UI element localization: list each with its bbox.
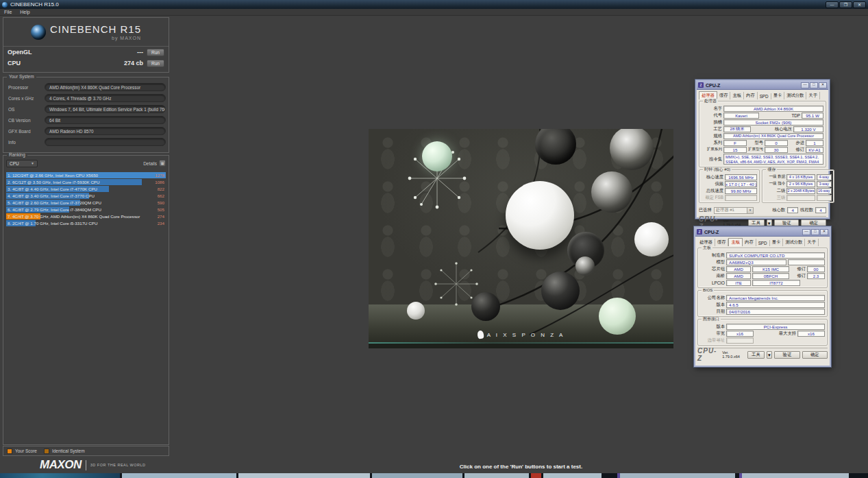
ranking-row[interactable]: 3. 4C/8T @ 4.40 GHz, Intel Core i7-4770K… — [6, 186, 166, 192]
ranking-title: Ranking — [7, 153, 27, 158]
bios-version-label: 版本 — [700, 302, 725, 308]
tab-spd[interactable]: SPD — [758, 93, 771, 99]
bios-version-field: 4.6.5 — [726, 302, 825, 308]
menu-file[interactable]: File — [0, 10, 16, 14]
tab-cache[interactable]: 缓存 — [715, 239, 729, 246]
taskbar[interactable] — [0, 473, 868, 478]
l1-data-ways-field: 4-way — [817, 174, 832, 180]
tab-memory[interactable]: 内存 — [743, 239, 756, 246]
ranking-filter-dropdown[interactable]: CPU ▼ — [6, 160, 38, 167]
close-button[interactable]: ✕ — [820, 229, 828, 235]
chipset-field: K15 IMC — [752, 266, 789, 272]
validate-button[interactable]: 验证 — [774, 351, 799, 359]
tools-dropdown-arrow[interactable]: ▼ — [767, 351, 773, 359]
ranking-entry-score: 274 — [158, 214, 164, 219]
revision-label: 修订 — [789, 147, 804, 153]
cinebench-logo: CINEBENCH R15 by MAXON — [3, 18, 169, 47]
processor-group: 处理器 名字 AMD Athlon X4 860K 代号 Kaveri TDP … — [699, 101, 826, 167]
your-system-panel: Your System Processor AMD Athlon(tm) X4 … — [3, 77, 169, 153]
start-button[interactable] — [0, 473, 120, 478]
cores-label: 核心数 — [772, 207, 785, 213]
tab-mainboard[interactable]: 主板 — [728, 238, 743, 246]
ranking-entry-label: 3. 4C/8T @ 4.40 GHz, Intel Core i7-4770K… — [8, 187, 97, 191]
ranking-entry-score: 505 — [158, 207, 164, 212]
tab-about[interactable]: 关于 — [805, 239, 819, 246]
ranking-row[interactable]: 4. 4C/8T @ 3.40 GHz, Intel Core i7-3770 … — [6, 193, 166, 199]
bios-brand-field: American Megatrends Inc. — [726, 295, 825, 301]
maximize-button[interactable]: □ — [810, 82, 818, 88]
model-field: 0 — [765, 140, 788, 146]
details-label: Details — [143, 161, 157, 166]
cpuz-titlebar[interactable]: Z CPU-Z — □ ✕ — [695, 228, 830, 237]
processor-select[interactable]: 处理器 #1 ▼ — [714, 207, 754, 214]
opengl-run-button[interactable]: Run — [147, 49, 164, 56]
ranking-row-your-score[interactable]: 7. 4C/4T @ 3.70 GHz, AMD Athlon(tm) X4 8… — [6, 213, 166, 219]
cpu-name-field: AMD Athlon X4 860K — [723, 106, 823, 112]
details-button[interactable]: ▦ — [159, 160, 166, 167]
tab-graphics[interactable]: 显卡 — [770, 239, 784, 246]
tab-cache[interactable]: 缓存 — [717, 92, 731, 99]
stepping-field: 1 — [806, 140, 823, 146]
ranking-row[interactable]: 8. 2C/4T @ 1.70 GHz, Intel Core i5-3317U… — [6, 220, 166, 226]
window-title: CINEBENCH R15.0 — [10, 1, 59, 8]
taskbar-item[interactable] — [372, 473, 462, 478]
sphere-white-right — [634, 222, 669, 256]
tools-button[interactable]: 工具 — [747, 351, 764, 359]
ranking-entry-label: 4. 4C/8T @ 3.40 GHz, Intel Core i7-3770 … — [8, 193, 95, 198]
tab-mainboard[interactable]: 主板 — [730, 92, 744, 99]
minimize-button[interactable]: — — [826, 1, 839, 8]
ranking-row[interactable]: 2. 6C/12T @ 3.50 GHz, Intel Core i7-5930… — [6, 179, 166, 185]
taskbar-item-cpuz[interactable] — [739, 473, 849, 478]
group-title: 主板 — [702, 246, 712, 250]
minimize-button[interactable]: — — [801, 82, 809, 88]
cores-field: 4 — [787, 207, 798, 213]
technology-label: 工艺 — [702, 126, 722, 132]
sphere-white-small — [407, 302, 425, 320]
tab-about[interactable]: 关于 — [806, 92, 820, 99]
taskbar-item-cpuz[interactable] — [617, 473, 735, 478]
chevron-down-icon: ▼ — [31, 161, 34, 165]
taskbar-item[interactable] — [464, 473, 529, 478]
cpu-label: CPU — [8, 60, 21, 67]
close-button[interactable]: ✕ — [853, 1, 866, 8]
taskbar-item[interactable] — [238, 473, 370, 478]
ranking-row[interactable]: 1. 12C/24T @ 2.66 GHz, Intel Xeon CPU X5… — [6, 172, 166, 178]
maximize-button[interactable]: □ — [811, 229, 819, 235]
close-button[interactable]: ✕ — [819, 82, 827, 88]
row-value: 64 Bit — [45, 116, 166, 124]
tools-dropdown-arrow[interactable]: ▼ — [767, 219, 772, 227]
tab-bench[interactable]: 测试分数 — [784, 92, 806, 99]
ranking-entry-label: 6. 4C/8T @ 2.79 GHz, Intel Core i7-3840Q… — [8, 207, 101, 212]
run-hint-text: Click on one of the 'Run' buttons to sta… — [369, 464, 673, 470]
cpuz-titlebar[interactable]: Z CPU-Z — □ ✕ — [697, 81, 828, 90]
sphere-dark-glass-left — [471, 292, 500, 321]
voltage-field: 1.320 V — [793, 126, 823, 132]
ranking-row[interactable]: 6. 4C/8T @ 2.79 GHz, Intel Core i7-3840Q… — [6, 206, 166, 213]
row-value — [45, 138, 166, 146]
maximize-button[interactable]: ❐ — [839, 1, 852, 8]
identical-system-label: Identical System — [52, 449, 85, 453]
logo-title: CINEBENCH R15 — [50, 23, 141, 35]
system-row: Cores x GHz 4 Cores, 4 Threads @ 3.70 GH… — [6, 94, 166, 102]
menu-help[interactable]: Help — [16, 10, 34, 14]
ok-button[interactable]: 确定 — [802, 351, 828, 359]
cpu-run-button[interactable]: Run — [147, 60, 164, 67]
maxon-logo: MAXON 3D FOR THE REAL WORLD — [40, 458, 146, 472]
cpuz-tab-bar: 处理器 缓存 主板 内存 SPD 显卡 测试分数 关于 — [697, 238, 828, 246]
instructions-label: 指令集 — [702, 156, 722, 163]
chipset-brand-field: AMD — [726, 266, 751, 272]
ok-button[interactable]: 确定 — [801, 219, 826, 227]
tab-bench[interactable]: 测试分数 — [783, 239, 805, 246]
taskbar-item[interactable] — [531, 473, 541, 478]
tools-button[interactable]: 工具 — [748, 219, 765, 227]
manufacturer-field: SUPoX COMPUTER CO.LTD — [726, 252, 825, 259]
tab-memory[interactable]: 内存 — [744, 92, 758, 99]
l1-data-field: 4 x 16 KBytes — [786, 174, 815, 180]
taskbar-item[interactable] — [122, 473, 236, 478]
ranking-row[interactable]: 5. 4C/8T @ 2.60 GHz, Intel Core i7-3720Q… — [6, 200, 166, 206]
taskbar-item[interactable] — [543, 473, 602, 478]
validate-button[interactable]: 验证 — [774, 219, 799, 227]
tab-graphics[interactable]: 显卡 — [771, 92, 785, 99]
tab-spd[interactable]: SPD — [756, 240, 770, 246]
minimize-button[interactable]: — — [802, 229, 810, 235]
